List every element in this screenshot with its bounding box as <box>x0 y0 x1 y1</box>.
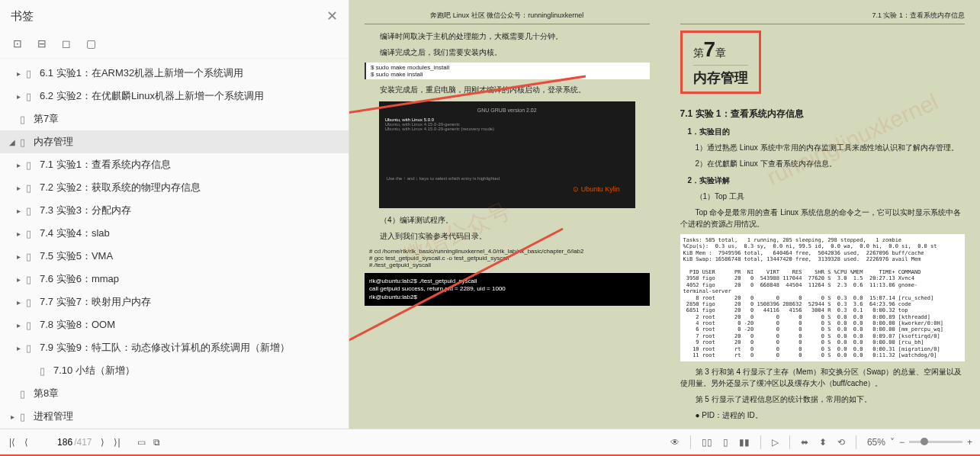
bookmark-item[interactable]: ▯第7章 <box>0 108 349 130</box>
bookmark-icon: ▯ <box>26 342 37 354</box>
bookmark-icon: ▯ <box>20 388 31 400</box>
bookmark-icon: ▯ <box>26 159 37 171</box>
bookmark-icon: ▯ <box>26 182 37 194</box>
bookmark-label: 第8章 <box>34 387 59 400</box>
bookmark-label: 内存管理 <box>34 135 73 149</box>
bookmark-label: 7.7 实验7：映射用户内存 <box>40 295 151 309</box>
chevron-down-icon[interactable]: ˅ <box>890 437 895 448</box>
page-header: 奔跑吧 Linux 社区 微信公众号：runninglinuxkernel <box>365 11 650 24</box>
bookmark-icon: ▯ <box>26 274 37 285</box>
page-input[interactable] <box>37 437 72 448</box>
page-indicator[interactable]: /417 <box>37 437 92 448</box>
page-total: /417 <box>74 437 92 448</box>
bookmark-item[interactable]: ▸▯7.1 实验1：查看系统内存信息 <box>0 153 349 176</box>
bookmark-item[interactable]: ▸▯7.8 实验8：OOM <box>0 313 349 336</box>
bookmark-icon: ▯ <box>26 320 37 331</box>
bookmark-icon: ▯ <box>26 297 37 308</box>
bookmark-item[interactable]: ▸▯7.4 实验4：slab <box>0 222 349 245</box>
bookmark-icon: ▯ <box>26 91 37 102</box>
zoom-slider[interactable] <box>909 441 962 443</box>
page-right: 7.1 实验 1：查看系统内存信息 第7章 内存管理 7.1 实验 1：查看系统… <box>670 5 976 424</box>
bookmark-label: 6.1 实验1：在ARM32机器上新增一个系统调用 <box>40 66 243 80</box>
bookmark-icon: ▯ <box>20 114 31 125</box>
top-output: Tasks: 585 total, 1 running, 285 sleepin… <box>680 234 966 361</box>
bookmark-label: 7.4 实验4：slab <box>40 226 110 240</box>
bookmark-item[interactable]: ▸▯进程管理 <box>0 405 349 428</box>
bookmark-item[interactable]: ▸▯6.2 实验2：在优麒麟Linux机器上新增一个系统调用 <box>0 85 349 108</box>
bookmark-icon: ▯ <box>20 136 31 148</box>
bookmark-label: 7.2 实验2：获取系统的物理内存信息 <box>40 181 201 194</box>
bookmark-add-icon[interactable]: ◻ <box>59 37 73 50</box>
bookmark-item[interactable]: ▸▯7.3 实验3：分配内存 <box>0 199 349 222</box>
view-icon[interactable]: 👁 <box>670 437 680 448</box>
next-page-icon[interactable]: ⟩ <box>99 435 106 449</box>
bookmark-label: 7.9 实验9：特工队：动态修改计算机的系统调用（新增） <box>40 341 290 355</box>
bookmark-label: 7.5 实验5：VMA <box>40 249 113 263</box>
layout-single-icon[interactable]: ▭ <box>137 437 146 448</box>
prev-page-icon[interactable]: ⟨ <box>23 435 30 449</box>
close-icon[interactable]: ✕ <box>326 8 338 24</box>
bookmark-tree: ▸▯6.1 实验1：在ARM32机器上新增一个系统调用▸▯6.2 实验2：在优麒… <box>0 59 349 429</box>
bookmark-icon: ▯ <box>26 228 37 239</box>
bookmark-item[interactable]: ▯第8章 <box>0 382 349 405</box>
zoom-control[interactable]: 65% ˅ − + <box>867 437 972 448</box>
bookmark-item[interactable]: ▯7.10 小结（新增） <box>0 359 349 382</box>
bookmark-toolbar: ⊡ ⊟ ◻ ▢ <box>0 32 349 59</box>
expand-icon[interactable]: ⊡ <box>11 37 24 50</box>
page-left: 奔跑吧 Linux 社区 微信公众号：runninglinuxkernel 编译… <box>354 5 660 424</box>
bookmark-item[interactable]: ▸▯6.1 实验1：在ARM32机器上新增一个系统调用 <box>0 62 349 85</box>
bookmark-label: 7.8 实验8：OOM <box>40 318 115 332</box>
single-page-icon[interactable]: ▯ <box>723 437 728 448</box>
zoom-in-icon[interactable]: + <box>967 437 972 448</box>
bookmark-item[interactable]: ▸▯7.2 实验2：获取系统的物理内存信息 <box>0 176 349 199</box>
terminal-output: rlk@ubuntu:lab2$ ./test_getpuid_syscall … <box>365 273 650 306</box>
play-icon[interactable]: ▷ <box>772 437 779 448</box>
fit-height-icon[interactable]: ⬍ <box>819 437 827 448</box>
bookmark-label: 7.10 小结（新增） <box>53 364 135 377</box>
zoom-out-icon[interactable]: − <box>899 437 904 448</box>
bookmark-label: 7.6 实验6：mmap <box>40 272 119 286</box>
two-page-icon[interactable]: ▮▮ <box>739 437 750 448</box>
page-header: 7.1 实验 1：查看系统内存信息 <box>680 11 966 24</box>
bookmarks-panel: 书签 ✕ ⊡ ⊟ ◻ ▢ ▸▯6.1 实验1：在ARM32机器上新增一个系统调用… <box>0 0 349 429</box>
bookmark-label: 第7章 <box>34 112 59 126</box>
bookmark-icon: ▯ <box>26 205 37 217</box>
bookmark-icon: ▯ <box>40 365 50 377</box>
panel-title: 书签 <box>11 9 34 24</box>
zoom-value[interactable]: 65% <box>867 437 885 448</box>
bookmark-item[interactable]: ▸▯7.6 实验6：mmap <box>0 268 349 291</box>
bookmark-icon: ▯ <box>26 251 37 262</box>
status-bar: |⟨ ⟨ /417 ⟩ ⟩| ▭ ⧉ 👁 ▯▯ ▯ ▮▮ ▷ ⬌ ⬍ ⟲ 65%… <box>0 429 980 454</box>
fit-width-icon[interactable]: ⬌ <box>801 437 808 448</box>
bookmark-label: 7.3 实验3：分配内存 <box>40 204 131 217</box>
last-page-icon[interactable]: ⟩| <box>112 435 121 449</box>
bookmark-label: 进程管理 <box>34 409 73 423</box>
chapter-heading: 第7章 内存管理 <box>680 31 761 94</box>
bookmark-icon: ▯ <box>26 68 37 79</box>
fit-page-icon[interactable]: ▯▯ <box>702 437 712 448</box>
bookmark-item[interactable]: ▸▯7.9 实验9：特工队：动态修改计算机的系统调用（新增） <box>0 336 349 359</box>
bookmark-label: 6.2 实验2：在优麒麟Linux机器上新增一个系统调用 <box>40 89 264 103</box>
document-viewport[interactable]: 奔跑吧 Linux 社区 微信公众号：runninglinuxkernel 编译… <box>349 0 980 429</box>
bookmark-item[interactable]: ▸▯7.5 实验5：VMA <box>0 245 349 268</box>
bookmark-icon: ▯ <box>20 411 31 422</box>
bookmark-item[interactable]: ▸▯7.7 实验7：映射用户内存 <box>0 291 349 313</box>
grub-screenshot: GNU GRUB version 2.02 Ubuntu, with Linux… <box>379 101 635 208</box>
collapse-icon[interactable]: ⊟ <box>35 37 49 50</box>
bookmark-item[interactable]: ◢▯内存管理 <box>0 130 349 153</box>
layout-continuous-icon[interactable]: ⧉ <box>153 437 160 448</box>
bookmark-flag-icon[interactable]: ▢ <box>84 37 98 50</box>
rotate-icon[interactable]: ⟲ <box>837 437 845 448</box>
bookmark-label: 7.1 实验1：查看系统内存信息 <box>40 158 171 172</box>
first-page-icon[interactable]: |⟨ <box>8 435 17 449</box>
